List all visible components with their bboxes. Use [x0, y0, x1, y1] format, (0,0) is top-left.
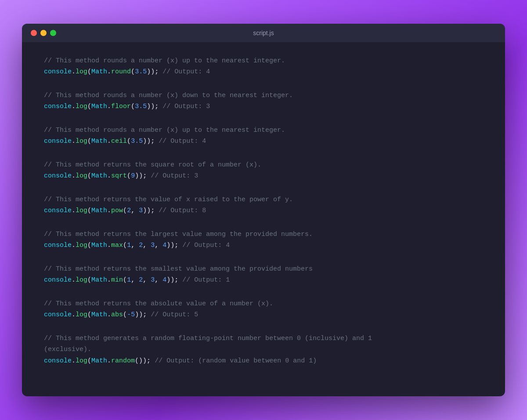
comment-min: // This method returns the smallest valu…: [44, 264, 483, 275]
code-block-ceil: // This method rounds a number (x) up to…: [44, 125, 483, 147]
code-block-random: // This method generates a random floati…: [44, 333, 483, 367]
code-block-pow: // This method returns the value of x ra…: [44, 194, 483, 217]
title-bar: script.js: [22, 24, 505, 42]
code-block-max: // This method returns the largest value…: [44, 229, 483, 251]
comment-sqrt: // This method returns the square root o…: [44, 159, 483, 171]
comment-pow: // This method returns the value of x ra…: [44, 194, 483, 206]
comment-round: // This method rounds a number (x) up to…: [44, 55, 483, 67]
comment-ceil: // This method rounds a number (x) up to…: [44, 125, 483, 136]
code-line-sqrt: console.log(Math.sqrt(9)); // Output: 3: [44, 170, 483, 182]
code-line-pow: console.log(Math.pow(2, 3)); // Output: …: [44, 205, 483, 217]
minimize-button[interactable]: [40, 30, 47, 36]
window-title: script.js: [253, 29, 274, 36]
comment-floor: // This method rounds a number (x) down …: [44, 90, 483, 101]
code-area: // This method rounds a number (x) up to…: [22, 42, 505, 397]
editor-window: script.js // This method rounds a number…: [22, 24, 505, 397]
code-block-round: // This method rounds a number (x) up to…: [44, 55, 483, 78]
close-button[interactable]: [31, 30, 37, 36]
code-line-max: console.log(Math.max(1, 2, 3, 4)); // Ou…: [44, 240, 483, 251]
maximize-button[interactable]: [50, 30, 56, 36]
comment-abs: // This method returns the absolute valu…: [44, 298, 483, 310]
code-line-min: console.log(Math.min(1, 2, 3, 4)); // Ou…: [44, 275, 483, 286]
code-block-abs: // This method returns the absolute valu…: [44, 298, 483, 321]
code-block-floor: // This method rounds a number (x) down …: [44, 90, 483, 112]
comment-random: // This method generates a random floati…: [44, 333, 483, 355]
code-block-min: // This method returns the smallest valu…: [44, 264, 483, 286]
code-line-round: console.log(Math.round(3.5)); // Output:…: [44, 66, 483, 78]
code-line-floor: console.log(Math.floor(3.5)); // Output:…: [44, 101, 483, 112]
traffic-lights: [31, 30, 56, 36]
code-line-ceil: console.log(Math.ceil(3.5)); // Output: …: [44, 136, 483, 147]
code-block-sqrt: // This method returns the square root o…: [44, 159, 483, 182]
code-line-abs: console.log(Math.abs(-5)); // Output: 5: [44, 309, 483, 321]
comment-max: // This method returns the largest value…: [44, 229, 483, 240]
code-line-random: console.log(Math.random()); // Output: (…: [44, 355, 483, 367]
